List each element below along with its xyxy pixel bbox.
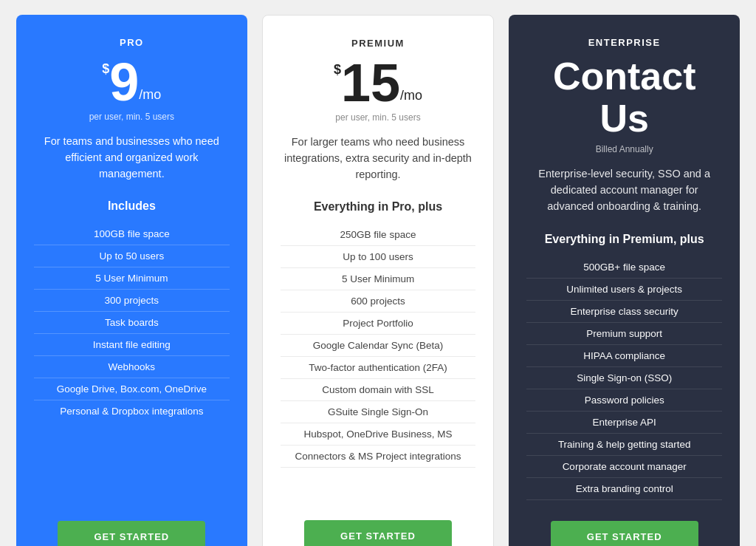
price-amount-premium: 15 bbox=[341, 56, 400, 109]
per-user-premium: per user, min. 5 users bbox=[335, 112, 420, 123]
list-item: HIPAA compliance bbox=[526, 345, 722, 367]
list-item: Hubspot, OneDrive Business, MS bbox=[281, 423, 476, 446]
price-amount-pro: 9 bbox=[109, 55, 139, 109]
price-mo-premium: /mo bbox=[400, 88, 422, 103]
list-item: Premium support bbox=[526, 323, 722, 345]
list-item: Google Calendar Sync (Beta) bbox=[281, 335, 476, 357]
price-mo-pro: /mo bbox=[139, 87, 161, 103]
list-item: Personal & Dropbox integrations bbox=[34, 400, 230, 422]
price-premium: $ 15 /mo bbox=[334, 56, 422, 109]
plan-description-pro: For teams and businesses who need effici… bbox=[34, 134, 230, 182]
list-item: 250GB file space bbox=[281, 224, 476, 246]
list-item: Webhooks bbox=[34, 356, 230, 378]
features-list-premium: 250GB file space Up to 100 users 5 User … bbox=[281, 224, 476, 468]
list-item: Training & help getting started bbox=[526, 434, 722, 456]
price-dollar-premium: $ bbox=[334, 62, 341, 78]
list-item: Enterprise class security bbox=[526, 301, 722, 323]
get-started-button-enterprise[interactable]: GET STARTED bbox=[551, 521, 698, 546]
billed-annually-enterprise: Billed Annually bbox=[596, 144, 653, 154]
list-item: GSuite Single Sign-On bbox=[281, 401, 476, 423]
plan-description-enterprise: Enterprise-level security, SSO and a ded… bbox=[526, 166, 722, 214]
plan-name-pro: PRO bbox=[120, 37, 144, 48]
list-item: Instant file editing bbox=[34, 334, 230, 356]
plan-description-premium: For larger teams who need business integ… bbox=[281, 134, 476, 182]
list-item: 5 User Minimum bbox=[34, 267, 230, 290]
features-list-pro: 100GB file space Up to 50 users 5 User M… bbox=[34, 223, 230, 422]
plan-card-pro: PRO $ 9 /mo per user, min. 5 users For t… bbox=[16, 15, 247, 546]
enterprise-contact-title: Contact Us bbox=[526, 55, 722, 140]
list-item: Connectors & MS Project integrations bbox=[281, 446, 476, 468]
get-started-button-premium[interactable]: GET STARTED bbox=[304, 520, 452, 546]
plan-name-enterprise: ENTERPRISE bbox=[588, 37, 661, 48]
list-item: Up to 100 users bbox=[281, 246, 476, 268]
pricing-container: PRO $ 9 /mo per user, min. 5 users For t… bbox=[16, 15, 740, 546]
features-list-enterprise: 500GB+ file space Unlimited users & proj… bbox=[526, 256, 722, 500]
list-item: Task boards bbox=[34, 312, 230, 334]
list-item: 300 projects bbox=[34, 290, 230, 312]
list-item: Google Drive, Box.com, OneDrive bbox=[34, 378, 230, 400]
per-user-pro: per user, min. 5 users bbox=[89, 112, 174, 122]
list-item: 100GB file space bbox=[34, 223, 230, 245]
includes-label-enterprise: Everything in Premium, plus bbox=[545, 233, 704, 246]
includes-label-premium: Everything in Pro, plus bbox=[314, 200, 442, 214]
list-item: Up to 50 users bbox=[34, 245, 230, 267]
list-item: Unlimited users & projects bbox=[526, 279, 722, 301]
list-item: 600 projects bbox=[281, 290, 476, 313]
list-item: Custom domain with SSL bbox=[281, 379, 476, 401]
plan-card-enterprise: ENTERPRISE Contact Us Billed Annually En… bbox=[509, 15, 740, 546]
list-item: Enterprise API bbox=[526, 412, 722, 434]
list-item: Extra branding control bbox=[526, 478, 722, 500]
list-item: 5 User Minimum bbox=[281, 268, 476, 290]
includes-label-pro: Includes bbox=[108, 199, 156, 213]
list-item: Two-factor authentication (2FA) bbox=[281, 357, 476, 379]
list-item: 500GB+ file space bbox=[526, 256, 722, 279]
price-dollar-pro: $ bbox=[102, 61, 109, 77]
price-pro: $ 9 /mo bbox=[102, 55, 161, 109]
list-item: Project Portfolio bbox=[281, 313, 476, 335]
list-item: Corporate account manager bbox=[526, 456, 722, 478]
plan-name-premium: PREMIUM bbox=[351, 38, 405, 49]
plan-card-premium: PREMIUM $ 15 /mo per user, min. 5 users … bbox=[262, 15, 495, 546]
list-item: Single Sign-on (SSO) bbox=[526, 367, 722, 389]
list-item: Password policies bbox=[526, 389, 722, 412]
get-started-button-pro[interactable]: GET STARTED bbox=[58, 521, 205, 546]
